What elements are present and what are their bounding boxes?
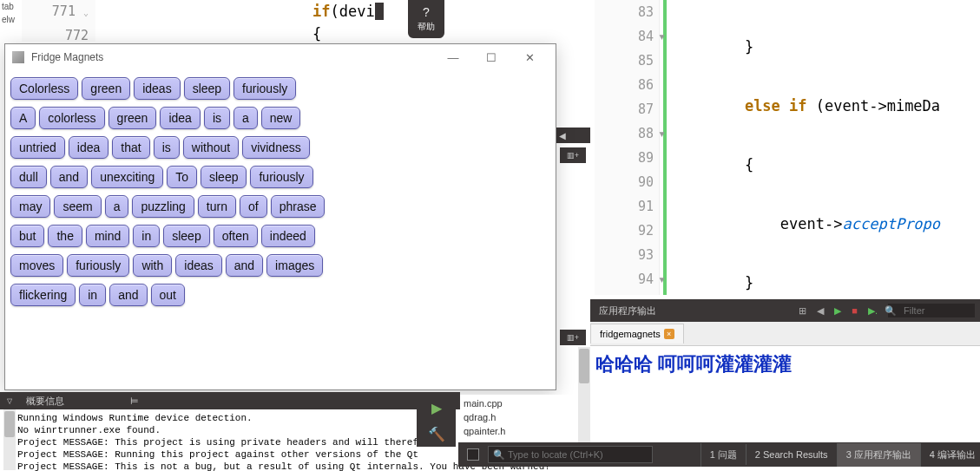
output-body[interactable]: 哈哈哈 呵呵呵灌灌灌灌	[590, 346, 980, 433]
magnet-word[interactable]: turn	[198, 195, 236, 218]
magnet-word[interactable]: new	[261, 107, 301, 129]
magnet-word[interactable]: moves	[10, 254, 63, 277]
sidebar-tab-1[interactable]: tab	[0, 0, 22, 13]
file-item[interactable]: qdrag.h	[464, 410, 574, 424]
help-button[interactable]: ? 帮助	[408, 0, 444, 38]
magnet-word[interactable]: sleep	[201, 166, 247, 188]
magnet-word[interactable]: phrase	[271, 195, 326, 218]
status-toggle[interactable]	[467, 448, 479, 461]
rerun-icon[interactable]: ▶.	[863, 305, 883, 317]
split-add-icon-2[interactable]: ▥+	[560, 330, 586, 345]
left-code-editor[interactable]: 771 ⌄ 772 if(devic {	[22, 0, 560, 42]
split-add-icon[interactable]: ▥+	[560, 147, 586, 163]
magnet-word[interactable]: a	[105, 195, 129, 218]
magnet-word[interactable]: puzzling	[132, 195, 194, 218]
locator-input[interactable]	[488, 446, 653, 463]
status-tab-issues[interactable]: 1 问题	[700, 443, 746, 467]
magnet-word[interactable]: in	[79, 284, 106, 306]
magnet-word[interactable]: Colorless	[10, 77, 78, 100]
status-tab-compile[interactable]: 4 编译输出	[920, 443, 980, 467]
magnet-word[interactable]: dull	[10, 166, 47, 188]
magnet-word[interactable]: furiously	[233, 77, 296, 100]
locator: 🔍	[488, 446, 694, 463]
tree-icon[interactable]: ⊨	[123, 396, 146, 407]
stop-icon[interactable]: ■	[846, 305, 863, 316]
magnet-word[interactable]: but	[10, 225, 44, 247]
magnet-word[interactable]: of	[240, 195, 267, 218]
close-button[interactable]: ✕	[510, 51, 549, 64]
app-icon	[12, 51, 24, 63]
open-documents[interactable]: main.cpp qdrag.h qpainter.h	[460, 395, 577, 442]
right-code-editor[interactable]: 83 84 85 86 87 88 89 90 91 92 93 94 } el…	[595, 0, 980, 295]
filter-input[interactable]	[888, 304, 975, 317]
magnet-word[interactable]: often	[214, 225, 258, 247]
magnet-word[interactable]: unexciting	[91, 166, 163, 188]
magnet-word[interactable]: is	[154, 136, 180, 159]
left-sidebar: tab elw	[0, 0, 22, 43]
magnet-word[interactable]: without	[183, 136, 239, 159]
expand-toggle[interactable]: ▽	[0, 397, 19, 405]
prev-icon[interactable]: ◀	[812, 305, 829, 317]
magnet-word[interactable]: A	[10, 107, 36, 129]
magnet-word[interactable]: untried	[10, 136, 65, 159]
magnet-word[interactable]: may	[10, 195, 50, 218]
magnet-word[interactable]: green	[109, 107, 157, 129]
output-tab-fridgemagnets[interactable]: fridgemagnets ×	[590, 324, 684, 343]
magnet-word[interactable]: colorless	[39, 107, 104, 129]
layout-icon[interactable]: ⊞	[793, 305, 812, 317]
magnet-word[interactable]: sleep	[163, 225, 209, 247]
sidebar-tab-2[interactable]: elw	[0, 13, 22, 26]
magnet-word[interactable]: seem	[54, 195, 101, 218]
minimize-button[interactable]: —	[434, 51, 472, 64]
magnet-word[interactable]: with	[133, 254, 172, 277]
line-gutter-right: 83 84 85 86 87 88 89 90 91 92 93 94	[595, 0, 660, 295]
magnet-word[interactable]: and	[226, 254, 263, 277]
maximize-button[interactable]: ☐	[472, 51, 510, 64]
magnet-word[interactable]: that	[112, 136, 149, 159]
code-body-right[interactable]: } else if (event->mimeDa { event->accept…	[667, 0, 980, 295]
magnet-word[interactable]: furiously	[67, 254, 129, 277]
output-header: 应用程序输出 ⊞ ◀ ▶ ■ ▶. 🔍	[590, 299, 980, 322]
magnet-area[interactable]: ColorlessgreenideassleepfuriouslyAcolorl…	[5, 70, 556, 313]
magnet-word[interactable]: in	[133, 225, 160, 247]
run-icon[interactable]: ▶	[431, 400, 442, 416]
close-tab-icon[interactable]: ×	[664, 329, 674, 339]
hscroll-strip[interactable]: ◀	[556, 128, 590, 143]
magnet-word[interactable]: ideas	[175, 254, 221, 277]
scrollbar[interactable]	[578, 347, 590, 442]
build-icon[interactable]: 🔨	[428, 426, 445, 442]
magnet-word[interactable]: indeed	[261, 225, 315, 247]
magnet-word[interactable]: a	[233, 107, 258, 129]
file-item[interactable]: main.cpp	[464, 396, 574, 410]
magnet-word[interactable]: To	[167, 166, 197, 188]
run-output-icon[interactable]: ▶	[829, 305, 846, 317]
magnet-word[interactable]: furiously	[250, 166, 312, 188]
scrollbar-left[interactable]	[3, 409, 16, 470]
magnet-word[interactable]: and	[50, 166, 88, 188]
search-icon: 🔍	[493, 449, 505, 461]
fridge-magnets-window: Fridge Magnets — ☐ ✕ Colorlessgreenideas…	[4, 43, 556, 390]
file-item[interactable]: qpainter.h	[464, 424, 574, 438]
window-title: Fridge Magnets	[31, 51, 434, 63]
build-buttons: ▶ 🔨	[417, 395, 456, 447]
magnet-word[interactable]: and	[109, 284, 147, 306]
magnet-word[interactable]: mind	[86, 225, 129, 247]
window-titlebar[interactable]: Fridge Magnets — ☐ ✕	[5, 44, 556, 70]
summary-label: 概要信息	[19, 395, 71, 408]
magnet-word[interactable]: out	[151, 284, 185, 306]
line-gutter: 771 ⌄ 772	[22, 0, 95, 42]
code-body[interactable]: if(devic {	[95, 0, 560, 42]
magnet-word[interactable]: sleep	[184, 77, 230, 100]
magnet-word[interactable]: vividness	[242, 136, 310, 159]
status-tab-app-output[interactable]: 3 应用程序输出	[837, 443, 920, 467]
magnet-word[interactable]: ideas	[134, 77, 180, 100]
magnet-word[interactable]: is	[204, 107, 230, 129]
magnet-word[interactable]: the	[48, 225, 82, 247]
magnet-word[interactable]: idea	[69, 136, 109, 159]
magnet-word[interactable]: green	[82, 77, 130, 100]
magnet-word[interactable]: idea	[160, 107, 200, 129]
status-tab-search[interactable]: 2 Search Results	[746, 444, 837, 465]
magnet-word[interactable]: images	[266, 254, 323, 277]
output-text: 哈哈哈 呵呵呵灌灌灌灌	[595, 351, 975, 377]
magnet-word[interactable]: flickering	[10, 284, 76, 306]
